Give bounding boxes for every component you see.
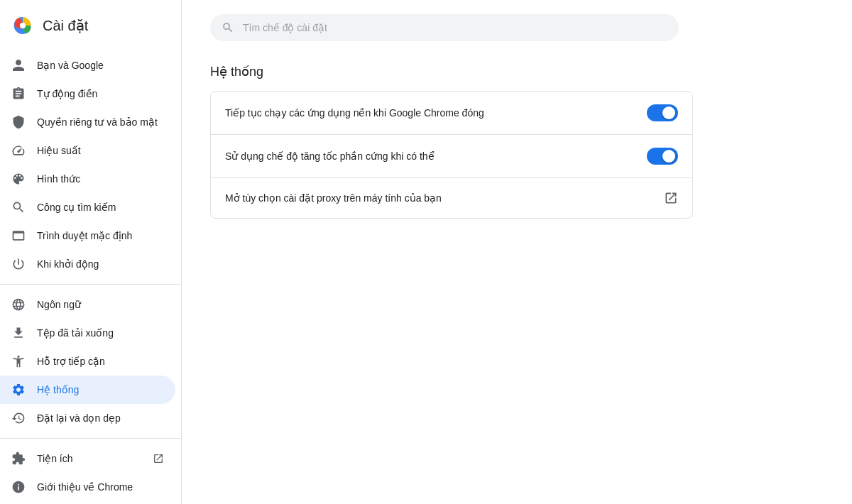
browser-icon xyxy=(11,229,26,243)
sidebar-item-dat-lai[interactable]: Đặt lại và dọn dẹp xyxy=(0,404,175,432)
sidebar-item-ngon-ngu[interactable]: Ngôn ngữ xyxy=(0,290,175,319)
sidebar-item-hinh-thuc[interactable]: Hình thức xyxy=(0,165,175,193)
info-icon xyxy=(11,480,26,494)
sidebar-item-label: Ngôn ngữ xyxy=(37,299,164,310)
chrome-logo-icon xyxy=(11,14,34,37)
search-nav-icon xyxy=(11,200,26,214)
section-title: Hệ thống xyxy=(210,64,824,80)
language-icon xyxy=(11,297,26,312)
sidebar-item-label: Tự động điền xyxy=(37,88,164,99)
sidebar-item-quyen-rieng-tu[interactable]: Quyền riêng tư và bảo mật xyxy=(0,108,175,136)
app-title: Cài đặt xyxy=(43,17,88,34)
search-container xyxy=(210,14,693,41)
accessibility-icon xyxy=(11,354,26,368)
open-external-icon xyxy=(664,191,678,205)
settings-row-proxy[interactable]: Mở tùy chọn cài đặt proxy trên máy tính … xyxy=(211,178,692,218)
search-input[interactable] xyxy=(243,22,667,33)
search-icon xyxy=(222,21,234,34)
sidebar-header: Cài đặt xyxy=(0,9,181,51)
search-bar xyxy=(210,14,679,41)
settings-row-background-apps: Tiếp tục chạy các ứng dụng nền khi Googl… xyxy=(211,92,692,135)
hardware-acceleration-label: Sử dụng chế độ tăng tốc phần cứng khi có… xyxy=(225,150,435,162)
power-icon xyxy=(11,257,26,271)
assignment-icon xyxy=(11,87,26,101)
extension-icon xyxy=(11,451,26,466)
sidebar-item-label: Tiện ích xyxy=(37,453,141,464)
speed-icon xyxy=(11,143,26,158)
sidebar-item-label: Quyền riêng tư và bảo mật xyxy=(37,116,164,128)
background-apps-toggle[interactable] xyxy=(647,104,678,121)
sidebar-item-cong-cu-tim-kiem[interactable]: Công cụ tìm kiếm xyxy=(0,193,175,221)
sidebar-item-label: Hỗ trợ tiếp cận xyxy=(37,356,164,367)
download-icon xyxy=(11,326,26,340)
sidebar-item-tien-ich[interactable]: Tiện ích xyxy=(0,444,175,473)
sidebar-item-label: Khi khởi động xyxy=(37,258,164,270)
sidebar-item-label: Hình thức xyxy=(37,173,164,185)
toggle-slider xyxy=(647,148,678,165)
settings-card: Tiếp tục chạy các ứng dụng nền khi Googl… xyxy=(210,91,693,219)
toggle-slider xyxy=(647,104,678,121)
proxy-settings-label: Mở tùy chọn cài đặt proxy trên máy tính … xyxy=(225,192,442,204)
svg-point-1 xyxy=(20,23,26,28)
sidebar-item-label: Công cụ tìm kiếm xyxy=(37,202,164,213)
sidebar-item-label: Đặt lại và dọn dẹp xyxy=(37,412,164,424)
divider-2 xyxy=(0,438,181,439)
sidebar-nav: Bạn và Google Tự động điền Quyền riêng t… xyxy=(0,51,181,501)
settings-row-hardware-acceleration: Sử dụng chế độ tăng tốc phần cứng khi có… xyxy=(211,135,692,178)
person-icon xyxy=(11,58,26,72)
settings-icon xyxy=(11,383,26,397)
sidebar-item-label: Giới thiệu về Chrome xyxy=(37,481,164,493)
divider-1 xyxy=(0,284,181,285)
background-apps-label: Tiếp tục chạy các ứng dụng nền khi Googl… xyxy=(225,107,484,119)
sidebar-item-trinh-duyet[interactable]: Trình duyệt mặc định xyxy=(0,221,175,250)
sidebar-item-khi-khoi-dong[interactable]: Khi khởi động xyxy=(0,250,175,278)
sidebar: Cài đặt Bạn và Google Tự động điền Quyền… xyxy=(0,0,182,504)
sidebar-item-tu-dong-dien[interactable]: Tự động điền xyxy=(0,80,175,108)
sidebar-item-label: Trình duyệt mặc định xyxy=(37,230,164,241)
sidebar-item-label: Bạn và Google xyxy=(37,60,164,71)
sidebar-item-label: Hiệu suất xyxy=(37,145,164,156)
external-link-icon xyxy=(153,453,164,464)
sidebar-item-ho-tro-tiep-can[interactable]: Hỗ trợ tiếp cận xyxy=(0,347,175,376)
sidebar-item-hieu-suat[interactable]: Hiệu suất xyxy=(0,136,175,165)
sidebar-item-gioi-thieu[interactable]: Giới thiệu về Chrome xyxy=(0,473,175,501)
sidebar-item-tep-da-tai-xuong[interactable]: Tệp đã tải xuống xyxy=(0,319,175,347)
sidebar-item-label: Tệp đã tải xuống xyxy=(37,327,164,339)
sidebar-item-ban-va-google[interactable]: Bạn và Google xyxy=(0,51,175,80)
palette-icon xyxy=(11,172,26,186)
shield-icon xyxy=(11,115,26,129)
restore-icon xyxy=(11,411,26,425)
sidebar-item-he-thong[interactable]: Hệ thống xyxy=(0,376,175,404)
hardware-acceleration-toggle[interactable] xyxy=(647,148,678,165)
sidebar-item-label: Hệ thống xyxy=(37,384,164,395)
main-content: Hệ thống Tiếp tục chạy các ứng dụng nền … xyxy=(182,0,852,504)
